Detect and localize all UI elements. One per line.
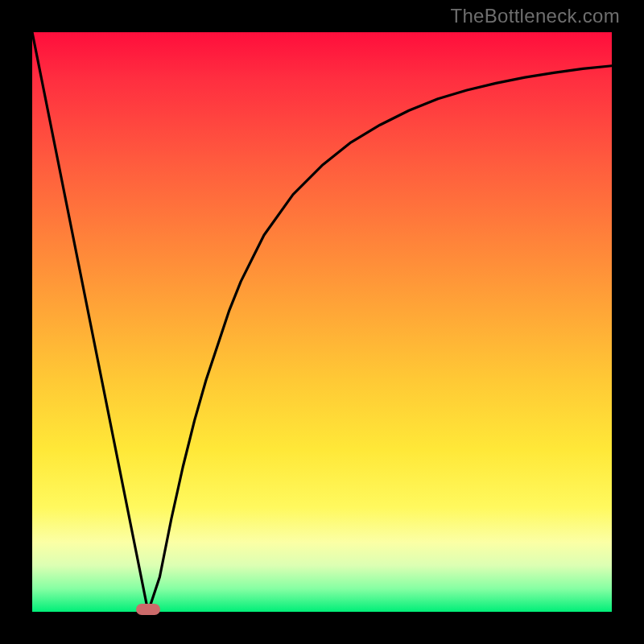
curve-svg	[32, 32, 612, 612]
minimum-marker	[136, 604, 160, 615]
attribution-label: TheBottleneck.com	[450, 5, 620, 27]
chart-frame: TheBottleneck.com	[0, 0, 644, 644]
plot-area	[32, 32, 612, 612]
bottleneck-curve	[32, 32, 612, 612]
